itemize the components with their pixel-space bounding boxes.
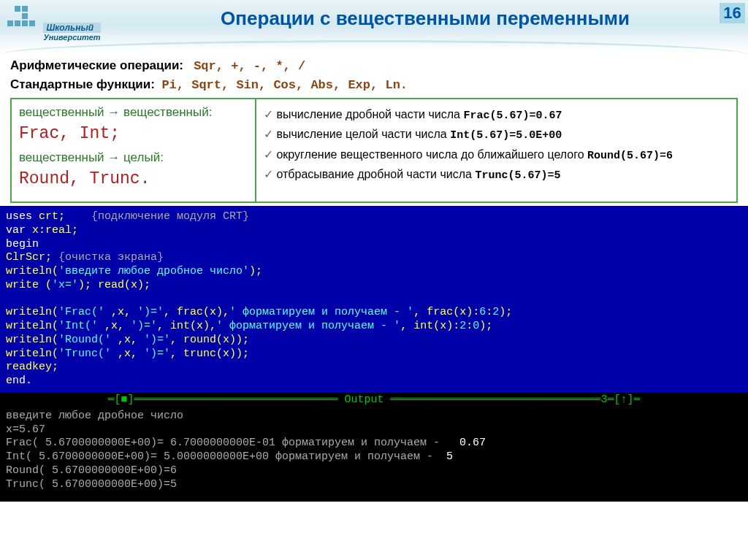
std-code: Pi, Sqrt, Sin, Cos, Abs, Exp, Ln. [161,78,408,92]
check-int: вычисление целой части числа Int(5.67)=5… [264,126,729,143]
functions-right: вычисление дробной части числа Frac(5.67… [256,99,736,202]
slide-number: 16 [720,3,745,23]
functions-table: вещественный → вещественный: Frac, Int; … [10,98,738,203]
round-trunc: Round, Trunc. [19,169,248,188]
arith-code: Sqr, +, -, *, / [194,59,305,73]
source-code: uses crt; {подключение модуля CRT} var x… [0,206,748,393]
check-round: округление вещественного числа до ближай… [264,147,729,164]
slide-header: Школьный Университет Операции с веществе… [0,0,748,51]
logo-text-2: Университет [43,33,100,42]
arith-label: Арифметические операции: [10,58,183,72]
program-output: введите любое дробное число x=5.67 Frac(… [0,407,748,502]
output-separator: ═[■]═══════════════════════════════ Outp… [0,393,748,407]
functions-left: вещественный → вещественный: Frac, Int; … [12,99,256,202]
slide-title: Операции с вещественными переменными [146,7,704,30]
std-funcs-line: Стандартные функции: Pi, Sqrt, Sin, Cos,… [10,77,738,92]
real-int-label: вещественный → целый: [19,150,248,165]
logo: Школьный Университет [7,6,117,42]
frac-int: Frac, Int; [19,124,248,143]
std-label: Стандартные функции: [10,77,155,91]
real-real-label: вещественный → вещественный: [19,105,248,120]
check-frac: вычисление дробной части числа Frac(5.67… [264,107,729,123]
check-trunc: отбрасывание дробной части числа Trunc(5… [264,166,729,183]
logo-text-1: Школьный [43,23,100,33]
arith-ops-line: Арифметические операции: Sqr, +, -, *, / [10,58,738,73]
